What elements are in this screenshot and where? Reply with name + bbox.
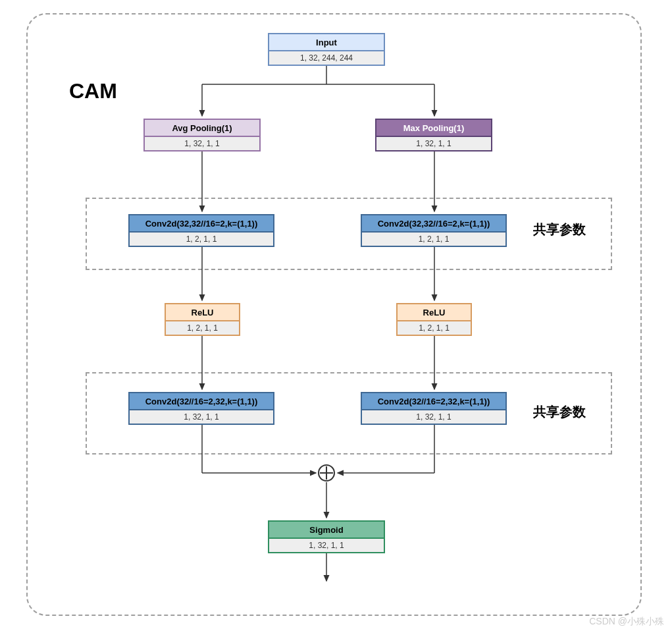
sigmoid-shape: 1, 32, 1, 1 <box>309 541 344 550</box>
node-conv2-left: Conv2d(32//16=2,32,k=(1,1)) 1, 32, 1, 1 <box>128 392 274 425</box>
diagram-title: CAM <box>69 79 117 103</box>
conv2l-shape: 1, 32, 1, 1 <box>184 412 219 422</box>
relul-shape: 1, 2, 1, 1 <box>187 323 218 333</box>
node-conv1-right: Conv2d(32,32//16=2,k=(1,1)) 1, 2, 1, 1 <box>361 214 507 247</box>
node-input: Input 1, 32, 244, 244 <box>268 33 385 66</box>
avg-shape: 1, 32, 1, 1 <box>184 139 219 148</box>
node-relu-left: ReLU 1, 2, 1, 1 <box>165 303 240 336</box>
max-shape: 1, 32, 1, 1 <box>416 139 451 148</box>
node-conv2-right: Conv2d(32//16=2,32,k=(1,1)) 1, 32, 1, 1 <box>361 392 507 425</box>
sigmoid-title: Sigmoid <box>309 525 343 535</box>
node-avg-pool: Avg Pooling(1) 1, 32, 1, 1 <box>143 119 261 151</box>
input-title: Input <box>316 38 337 47</box>
node-relu-right: ReLU 1, 2, 1, 1 <box>396 303 472 336</box>
input-shape: 1, 32, 244, 244 <box>300 53 353 63</box>
conv2l-title: Conv2d(32//16=2,32,k=(1,1)) <box>145 397 258 406</box>
node-conv1-left: Conv2d(32,32//16=2,k=(1,1)) 1, 2, 1, 1 <box>128 214 274 247</box>
max-title: Max Pooling(1) <box>403 123 464 133</box>
conv1l-shape: 1, 2, 1, 1 <box>186 234 217 244</box>
watermark: CSDN @小殊小殊 <box>589 616 664 628</box>
add-op-icon <box>318 464 335 482</box>
relul-title: ReLU <box>192 308 214 317</box>
shared-label-2: 共享参数 <box>533 403 586 421</box>
relur-title: ReLU <box>423 308 446 317</box>
relur-shape: 1, 2, 1, 1 <box>419 323 450 333</box>
avg-title: Avg Pooling(1) <box>172 123 232 133</box>
conv1r-shape: 1, 2, 1, 1 <box>419 234 450 244</box>
conv1r-title: Conv2d(32,32//16=2,k=(1,1)) <box>378 219 490 229</box>
conv1l-title: Conv2d(32,32//16=2,k=(1,1)) <box>145 219 258 229</box>
node-sigmoid: Sigmoid 1, 32, 1, 1 <box>268 520 385 553</box>
conv2r-title: Conv2d(32//16=2,32,k=(1,1)) <box>378 397 490 406</box>
shared-label-1: 共享参数 <box>533 221 586 238</box>
conv2r-shape: 1, 32, 1, 1 <box>416 412 451 422</box>
node-max-pool: Max Pooling(1) 1, 32, 1, 1 <box>375 119 492 151</box>
